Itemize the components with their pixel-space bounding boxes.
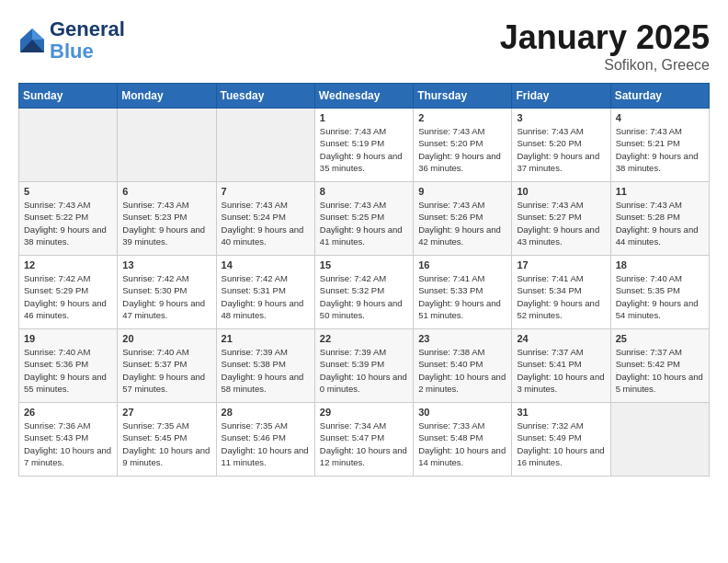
day-info: Sunrise: 7:32 AM Sunset: 5:49 PM Dayligh…: [517, 419, 605, 468]
day-number: 8: [320, 186, 408, 197]
table-row: 9Sunrise: 7:43 AM Sunset: 5:26 PM Daylig…: [414, 182, 512, 256]
day-info: Sunrise: 7:37 AM Sunset: 5:41 PM Dayligh…: [517, 346, 605, 395]
day-info: Sunrise: 7:34 AM Sunset: 5:47 PM Dayligh…: [320, 419, 408, 468]
day-number: 2: [418, 112, 506, 123]
calendar-week-0: 1Sunrise: 7:43 AM Sunset: 5:19 PM Daylig…: [19, 109, 710, 182]
table-row: 15Sunrise: 7:42 AM Sunset: 5:32 PM Dayli…: [314, 256, 413, 329]
logo-line2: Blue: [50, 40, 94, 63]
day-number: 4: [616, 112, 704, 123]
calendar-title: January 2025: [500, 18, 710, 57]
logo-line1: General: [50, 18, 125, 40]
header: General Blue January 2025 Sofikon, Greec…: [18, 18, 710, 74]
day-info: Sunrise: 7:40 AM Sunset: 5:37 PM Dayligh…: [122, 346, 210, 395]
day-number: 7: [222, 186, 310, 197]
table-row: 18Sunrise: 7:40 AM Sunset: 5:35 PM Dayli…: [610, 256, 709, 329]
table-row: 28Sunrise: 7:35 AM Sunset: 5:46 PM Dayli…: [216, 403, 314, 477]
day-info: Sunrise: 7:43 AM Sunset: 5:19 PM Dayligh…: [320, 125, 408, 174]
day-info: Sunrise: 7:39 AM Sunset: 5:38 PM Dayligh…: [222, 346, 310, 395]
table-row: 19Sunrise: 7:40 AM Sunset: 5:36 PM Dayli…: [19, 329, 118, 403]
table-row: 2Sunrise: 7:43 AM Sunset: 5:20 PM Daylig…: [414, 109, 512, 182]
col-friday: Friday: [512, 84, 610, 109]
calendar-week-2: 12Sunrise: 7:42 AM Sunset: 5:29 PM Dayli…: [19, 256, 710, 329]
logo-icon: [18, 27, 46, 54]
day-number: 6: [122, 186, 210, 197]
calendar-week-3: 19Sunrise: 7:40 AM Sunset: 5:36 PM Dayli…: [19, 329, 710, 403]
table-row: 10Sunrise: 7:43 AM Sunset: 5:27 PM Dayli…: [512, 182, 610, 256]
day-info: Sunrise: 7:42 AM Sunset: 5:30 PM Dayligh…: [122, 272, 210, 321]
table-row: 26Sunrise: 7:36 AM Sunset: 5:43 PM Dayli…: [19, 403, 118, 477]
day-info: Sunrise: 7:41 AM Sunset: 5:33 PM Dayligh…: [418, 272, 506, 321]
table-row: 31Sunrise: 7:32 AM Sunset: 5:49 PM Dayli…: [512, 403, 610, 477]
logo-text: General Blue: [50, 18, 125, 63]
table-row: 21Sunrise: 7:39 AM Sunset: 5:38 PM Dayli…: [216, 329, 314, 403]
day-info: Sunrise: 7:42 AM Sunset: 5:29 PM Dayligh…: [24, 272, 112, 321]
day-number: 26: [24, 407, 112, 418]
table-row: 5Sunrise: 7:43 AM Sunset: 5:22 PM Daylig…: [19, 182, 118, 256]
table-row: 27Sunrise: 7:35 AM Sunset: 5:45 PM Dayli…: [118, 403, 216, 477]
calendar-week-4: 26Sunrise: 7:36 AM Sunset: 5:43 PM Dayli…: [19, 403, 710, 477]
calendar-header-row: Sunday Monday Tuesday Wednesday Thursday…: [19, 84, 710, 109]
table-row: 4Sunrise: 7:43 AM Sunset: 5:21 PM Daylig…: [610, 109, 709, 182]
table-row: 14Sunrise: 7:42 AM Sunset: 5:31 PM Dayli…: [216, 256, 314, 329]
table-row: [216, 109, 314, 182]
day-number: 30: [418, 407, 506, 418]
table-row: 23Sunrise: 7:38 AM Sunset: 5:40 PM Dayli…: [414, 329, 512, 403]
table-row: 11Sunrise: 7:43 AM Sunset: 5:28 PM Dayli…: [610, 182, 709, 256]
table-row: [19, 109, 118, 182]
table-row: 6Sunrise: 7:43 AM Sunset: 5:23 PM Daylig…: [118, 182, 216, 256]
day-info: Sunrise: 7:41 AM Sunset: 5:34 PM Dayligh…: [517, 272, 605, 321]
table-row: 24Sunrise: 7:37 AM Sunset: 5:41 PM Dayli…: [512, 329, 610, 403]
day-number: 31: [517, 407, 605, 418]
day-info: Sunrise: 7:43 AM Sunset: 5:20 PM Dayligh…: [418, 125, 506, 174]
day-info: Sunrise: 7:43 AM Sunset: 5:26 PM Dayligh…: [418, 199, 506, 247]
calendar-week-1: 5Sunrise: 7:43 AM Sunset: 5:22 PM Daylig…: [19, 182, 710, 256]
day-number: 17: [517, 259, 605, 270]
day-info: Sunrise: 7:39 AM Sunset: 5:39 PM Dayligh…: [320, 346, 408, 395]
day-number: 27: [122, 407, 210, 418]
title-block: January 2025 Sofikon, Greece: [500, 18, 710, 74]
day-info: Sunrise: 7:43 AM Sunset: 5:21 PM Dayligh…: [616, 125, 704, 174]
calendar-table: Sunday Monday Tuesday Wednesday Thursday…: [18, 83, 710, 477]
logo: General Blue: [18, 18, 125, 63]
day-number: 13: [122, 259, 210, 270]
col-sunday: Sunday: [19, 84, 118, 109]
day-info: Sunrise: 7:40 AM Sunset: 5:36 PM Dayligh…: [24, 346, 112, 395]
day-info: Sunrise: 7:38 AM Sunset: 5:40 PM Dayligh…: [418, 346, 506, 395]
table-row: 22Sunrise: 7:39 AM Sunset: 5:39 PM Dayli…: [314, 329, 413, 403]
day-info: Sunrise: 7:42 AM Sunset: 5:31 PM Dayligh…: [222, 272, 310, 321]
table-row: 17Sunrise: 7:41 AM Sunset: 5:34 PM Dayli…: [512, 256, 610, 329]
day-number: 18: [616, 259, 704, 270]
day-info: Sunrise: 7:42 AM Sunset: 5:32 PM Dayligh…: [320, 272, 408, 321]
col-thursday: Thursday: [414, 84, 512, 109]
day-number: 3: [517, 112, 605, 123]
day-info: Sunrise: 7:43 AM Sunset: 5:23 PM Dayligh…: [122, 199, 210, 247]
col-monday: Monday: [118, 84, 216, 109]
day-number: 22: [320, 333, 408, 344]
day-number: 28: [222, 407, 310, 418]
table-row: 29Sunrise: 7:34 AM Sunset: 5:47 PM Dayli…: [314, 403, 413, 477]
table-row: 8Sunrise: 7:43 AM Sunset: 5:25 PM Daylig…: [314, 182, 413, 256]
table-row: 30Sunrise: 7:33 AM Sunset: 5:48 PM Dayli…: [414, 403, 512, 477]
table-row: 13Sunrise: 7:42 AM Sunset: 5:30 PM Dayli…: [118, 256, 216, 329]
table-row: 12Sunrise: 7:42 AM Sunset: 5:29 PM Dayli…: [19, 256, 118, 329]
day-info: Sunrise: 7:35 AM Sunset: 5:46 PM Dayligh…: [222, 419, 310, 468]
calendar-subtitle: Sofikon, Greece: [500, 57, 710, 74]
table-row: [118, 109, 216, 182]
day-number: 25: [616, 333, 704, 344]
day-number: 12: [24, 259, 112, 270]
table-row: 25Sunrise: 7:37 AM Sunset: 5:42 PM Dayli…: [610, 329, 709, 403]
col-saturday: Saturday: [610, 84, 709, 109]
table-row: 1Sunrise: 7:43 AM Sunset: 5:19 PM Daylig…: [314, 109, 413, 182]
table-row: 20Sunrise: 7:40 AM Sunset: 5:37 PM Dayli…: [118, 329, 216, 403]
page-container: General Blue January 2025 Sofikon, Greec…: [0, 0, 728, 486]
table-row: 16Sunrise: 7:41 AM Sunset: 5:33 PM Dayli…: [414, 256, 512, 329]
table-row: [610, 403, 709, 477]
day-info: Sunrise: 7:37 AM Sunset: 5:42 PM Dayligh…: [616, 346, 704, 395]
day-info: Sunrise: 7:36 AM Sunset: 5:43 PM Dayligh…: [24, 419, 112, 468]
day-info: Sunrise: 7:43 AM Sunset: 5:27 PM Dayligh…: [517, 199, 605, 247]
day-number: 24: [517, 333, 605, 344]
day-number: 5: [24, 186, 112, 197]
day-number: 21: [222, 333, 310, 344]
table-row: 3Sunrise: 7:43 AM Sunset: 5:20 PM Daylig…: [512, 109, 610, 182]
day-number: 11: [616, 186, 704, 197]
